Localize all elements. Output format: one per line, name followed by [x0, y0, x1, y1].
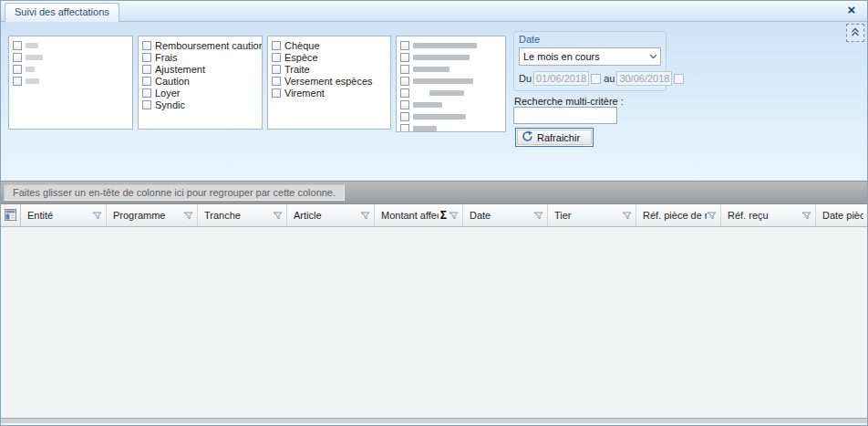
filter-option[interactable] [397, 110, 505, 122]
filter-icon[interactable] [92, 211, 102, 221]
search-input[interactable] [513, 107, 617, 124]
filter-icon[interactable] [273, 211, 283, 221]
checkbox[interactable] [272, 65, 281, 74]
filter-option[interactable] [9, 39, 132, 51]
chevron-up-icon [850, 26, 861, 39]
filter-icon[interactable] [801, 211, 811, 221]
redacted-label [413, 102, 442, 108]
chevron-down-icon[interactable] [646, 48, 660, 65]
data-grid: Faites glisser un en-tête de colonne ici… [1, 181, 867, 426]
filter-option[interactable]: Versement espèces [268, 75, 390, 87]
filter-option[interactable] [397, 87, 505, 99]
filter-icon[interactable] [622, 211, 632, 221]
checkbox[interactable] [400, 124, 409, 133]
column-header-tranche[interactable]: Tranche [198, 204, 287, 226]
checkbox[interactable] [13, 53, 22, 62]
refresh-button[interactable]: Rafraichir [515, 128, 594, 147]
filter-option[interactable] [9, 51, 132, 63]
redacted-label [26, 67, 35, 72]
checkbox[interactable] [400, 41, 409, 50]
filter-option[interactable] [397, 51, 505, 63]
filter-option[interactable] [397, 122, 505, 132]
column-header-entite[interactable]: Entité [21, 204, 107, 226]
filter-list-left[interactable] [8, 36, 133, 130]
filter-panel: Remboursement caution Frais Ajustement C… [1, 22, 867, 181]
filter-option[interactable] [397, 99, 505, 110]
tab-suivi-des-affectations[interactable]: Suivi des affectations [5, 3, 119, 22]
filter-option[interactable]: Chèque [268, 39, 390, 51]
checkbox[interactable] [272, 77, 281, 86]
column-header-date-piece[interactable]: Date pièce d [816, 204, 867, 226]
redacted-label [26, 43, 38, 48]
filter-option[interactable] [397, 39, 505, 51]
column-header-ref-recu[interactable]: Réf. reçu [721, 204, 816, 226]
checkbox[interactable] [13, 41, 22, 50]
filter-option[interactable]: Traite [268, 63, 390, 75]
tab-label: Suivi des affectations [15, 6, 109, 17]
to-label: au [604, 73, 615, 84]
customize-grid-button[interactable] [1, 204, 21, 226]
column-header-programme[interactable]: Programme [107, 204, 198, 226]
filter-option[interactable]: Espèce [268, 51, 390, 63]
checkbox[interactable] [142, 53, 151, 62]
checkbox[interactable] [272, 53, 281, 62]
filter-icon[interactable] [360, 211, 370, 221]
redacted-label [413, 43, 477, 48]
redacted-label [26, 78, 39, 84]
column-header-montant-affecte[interactable]: Montant affecté Σ [375, 204, 463, 226]
checkbox[interactable] [272, 41, 281, 50]
date-from-checkbox[interactable] [591, 74, 601, 84]
filter-icon[interactable] [533, 211, 543, 221]
checkbox[interactable] [142, 77, 151, 86]
filter-icon[interactable] [449, 211, 459, 221]
filter-option[interactable] [9, 63, 132, 75]
group-by-panel[interactable]: Faites glisser un en-tête de colonne ici… [1, 182, 867, 204]
filter-option[interactable]: Caution [139, 75, 262, 87]
checkbox[interactable] [400, 88, 409, 98]
checkbox[interactable] [142, 41, 151, 50]
collapse-panel-button[interactable] [846, 24, 864, 42]
checkbox[interactable] [400, 53, 409, 62]
date-to-field[interactable]: 30/06/2018 [616, 71, 672, 86]
grid-header-row: Entité Programme Tranche Article Montant… [1, 204, 867, 227]
filter-list-payments[interactable]: Chèque Espèce Traite Versement espèces V… [267, 36, 391, 130]
refresh-button-label: Rafraichir [537, 132, 580, 143]
grid-body-empty[interactable] [1, 227, 867, 418]
filter-list-operations[interactable]: Remboursement caution Frais Ajustement C… [138, 36, 263, 130]
checkbox[interactable] [142, 65, 151, 74]
column-header-date[interactable]: Date [463, 204, 548, 226]
checkbox[interactable] [400, 112, 409, 121]
filter-option[interactable]: Virement [268, 87, 390, 99]
checkbox[interactable] [142, 100, 151, 109]
filter-option[interactable] [9, 75, 132, 87]
group-by-hint: Faites glisser un en-tête de colonne ici… [4, 184, 345, 201]
filter-option[interactable]: Loyer [139, 87, 262, 99]
filter-option[interactable]: Ajustement [139, 63, 262, 75]
filter-icon[interactable] [707, 211, 717, 221]
filter-list-right[interactable] [396, 36, 506, 132]
redacted-label [413, 114, 466, 119]
column-header-ref-piece-de-regle[interactable]: Réf. pièce de régle [636, 204, 721, 226]
filter-option[interactable]: Syndic [139, 99, 262, 110]
sum-icon[interactable]: Σ [440, 209, 447, 222]
checkbox[interactable] [400, 65, 409, 74]
close-icon[interactable]: × [844, 3, 859, 17]
checkbox[interactable] [400, 77, 409, 86]
date-preset-combobox[interactable]: Le mois en cours [519, 47, 661, 66]
redacted-label [413, 78, 473, 84]
date-to-checkbox[interactable] [674, 74, 684, 84]
date-from-field[interactable]: 01/06/2018 [533, 71, 589, 86]
column-header-article[interactable]: Article [287, 204, 375, 226]
combobox-value: Le mois en cours [523, 51, 646, 62]
filter-option[interactable] [397, 63, 505, 75]
filter-icon[interactable] [183, 211, 193, 221]
checkbox[interactable] [272, 88, 281, 98]
filter-option[interactable] [397, 75, 505, 87]
filter-option[interactable]: Frais [139, 51, 262, 63]
checkbox[interactable] [13, 77, 22, 86]
checkbox[interactable] [400, 100, 409, 109]
checkbox[interactable] [13, 65, 22, 74]
checkbox[interactable] [142, 88, 151, 98]
column-header-tier[interactable]: Tier [548, 204, 636, 226]
filter-option[interactable]: Remboursement caution [139, 39, 262, 51]
